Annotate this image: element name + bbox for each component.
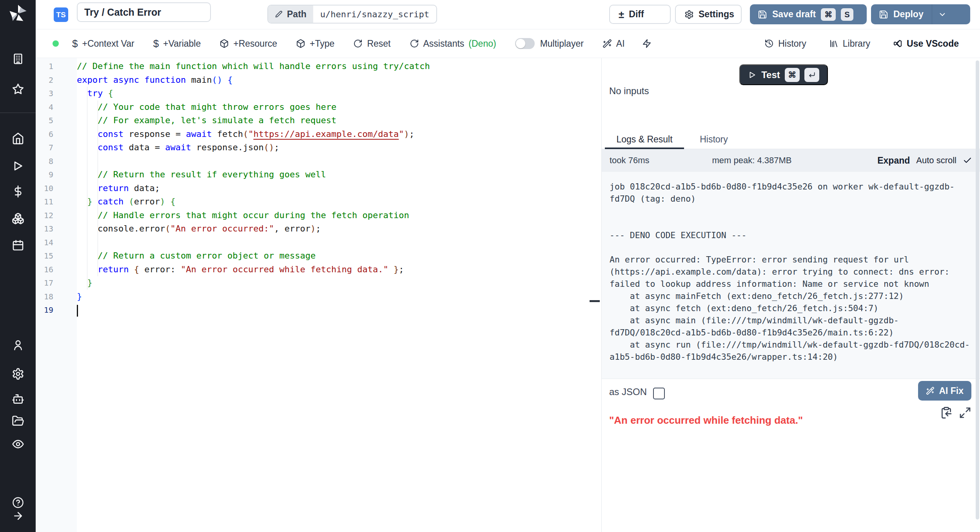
code-line[interactable]: console.error("An error occurred:", erro…: [77, 222, 597, 236]
script-title-input[interactable]: Try / Catch Error: [77, 2, 211, 22]
code-line[interactable]: try {: [77, 87, 597, 100]
sidebar-collapse-button[interactable]: [12, 510, 24, 522]
reset-button[interactable]: Reset: [353, 38, 390, 49]
path-label: Path: [287, 9, 307, 20]
code-line[interactable]: // For example, let's simulate a fetch r…: [77, 114, 597, 128]
diff-button[interactable]: ± Diff: [609, 5, 671, 24]
sidebar-item-account[interactable]: [12, 339, 24, 352]
deploy-button-divider: [932, 4, 932, 24]
code-line[interactable]: [77, 155, 597, 168]
sidebar-help-button[interactable]: [12, 497, 24, 508]
dollar-icon: $: [72, 38, 78, 50]
run-panel: Test ⌘ No inputs Logs & Result History t…: [602, 58, 980, 532]
sidebar-item-resources[interactable]: [12, 212, 24, 225]
code-line[interactable]: const data = await response.json();: [77, 141, 597, 155]
tab-logs-result[interactable]: Logs & Result: [605, 129, 684, 149]
save-draft-button[interactable]: Save draft ⌘ S: [750, 4, 867, 24]
script-title: Try / Catch Error: [84, 7, 161, 18]
line-number: 12: [36, 209, 53, 222]
history-button[interactable]: History: [764, 38, 806, 49]
save-icon: [758, 10, 767, 19]
sidebar-divider: [0, 113, 36, 113]
deploy-button[interactable]: Deploy: [871, 4, 970, 24]
toggle-knob: [516, 39, 525, 48]
sidebar-item-audit-logs[interactable]: [12, 438, 24, 450]
windmill-logo-icon[interactable]: [8, 3, 28, 24]
sidebar-item-workspace[interactable]: [12, 53, 24, 65]
add-type-button[interactable]: +Type: [296, 38, 334, 49]
as-json-checkbox[interactable]: [653, 388, 665, 399]
clipboard-copy-icon[interactable]: [940, 406, 953, 419]
page-scrollbar[interactable]: [976, 60, 979, 519]
editor-code[interactable]: // Define the main function which will h…: [77, 60, 597, 317]
sidebar-item-folders[interactable]: [12, 415, 24, 427]
pencil-icon: [275, 10, 283, 18]
sidebar-item-ai-bot[interactable]: [12, 393, 24, 405]
rotate-icon: [353, 39, 363, 48]
lightning-button[interactable]: [642, 39, 652, 48]
library-button[interactable]: Library: [829, 38, 870, 49]
ai-fix-button[interactable]: AI Fix: [918, 381, 971, 401]
path-edit-button[interactable]: Path: [268, 5, 313, 23]
sidebar-item-variables[interactable]: [12, 185, 24, 198]
code-line[interactable]: const response = await fetch("https://ap…: [77, 128, 597, 141]
left-nav-sidebar: [0, 0, 36, 532]
add-context-var-button[interactable]: $ +Context Var: [72, 38, 134, 50]
as-json-label: as JSON: [609, 386, 647, 397]
sidebar-item-settings[interactable]: [12, 368, 24, 380]
code-line[interactable]: } catch (error) {: [77, 195, 597, 209]
log-output-area[interactable]: job 018c20cd-a1b5-bd6b-0d80-f1b9d4c35e26…: [602, 172, 980, 379]
code-line[interactable]: export async function main() {: [77, 73, 597, 87]
dollar-icon: $: [153, 38, 159, 50]
kbd-cmd: ⌘: [785, 68, 800, 82]
sidebar-item-home[interactable]: [12, 132, 24, 145]
check-icon: [963, 156, 972, 165]
run-stats-bar: took 76ms mem peak: 4.387MB Expand Auto …: [602, 149, 980, 172]
code-line[interactable]: }: [77, 276, 597, 290]
code-line[interactable]: // Return the result if everything goes …: [77, 168, 597, 182]
ai-fix-label: AI Fix: [939, 386, 964, 396]
multiplayer-label[interactable]: Multiplayer: [540, 38, 584, 49]
package-icon: [296, 39, 305, 48]
mem-peak-label: mem peak: 4.387MB: [712, 155, 792, 166]
auto-scroll-toggle[interactable]: Auto scroll: [916, 155, 956, 166]
result-tabs: Logs & Result History: [602, 129, 980, 149]
result-actions: [940, 406, 971, 419]
log-text: job 018c20cd-a1b5-bd6b-0d80-f1b9d4c35e26…: [610, 180, 972, 363]
sidebar-item-schedules[interactable]: [12, 239, 24, 251]
multiplayer-toggle[interactable]: [515, 38, 535, 49]
code-line[interactable]: [77, 236, 597, 250]
code-line[interactable]: return data;: [77, 182, 597, 195]
code-line[interactable]: // Your code that might throw errors goe…: [77, 100, 597, 114]
line-number: 3: [36, 87, 53, 100]
chevron-down-icon[interactable]: [938, 10, 947, 19]
code-line[interactable]: [77, 303, 597, 317]
history-icon: [764, 39, 774, 48]
code-line[interactable]: // Handle errors that might occur during…: [77, 209, 597, 222]
code-editor[interactable]: 12345678910111213141516171819 // Define …: [36, 58, 601, 532]
sidebar-item-favorites[interactable]: [12, 83, 24, 95]
code-line[interactable]: return { error: "An error occurred while…: [77, 263, 597, 277]
code-line[interactable]: // Define the main function which will h…: [77, 60, 597, 73]
test-button[interactable]: Test ⌘: [739, 64, 828, 85]
expand-button[interactable]: Expand: [877, 155, 910, 166]
line-number: 16: [36, 263, 53, 277]
path-input[interactable]: u/henri/snazzy_script: [313, 5, 436, 23]
tab-history[interactable]: History: [689, 129, 739, 149]
path-control[interactable]: Path u/henri/snazzy_script: [267, 5, 437, 24]
sidebar-item-runs[interactable]: [12, 160, 24, 172]
rotate-icon: [410, 39, 419, 48]
use-vscode-button[interactable]: Use VScode: [893, 38, 959, 49]
settings-label: Settings: [699, 9, 734, 20]
ai-button[interactable]: AI: [603, 38, 625, 49]
code-line[interactable]: // Return a custom error object or messa…: [77, 249, 597, 263]
gear-icon: [684, 10, 694, 19]
line-number: 5: [36, 114, 53, 128]
settings-button[interactable]: Settings: [675, 5, 742, 24]
add-resource-button[interactable]: +Resource: [220, 38, 277, 49]
add-variable-button[interactable]: $ +Variable: [153, 38, 201, 50]
windmill-script-editor: TS Try / Catch Error Path u/henri/snazzy…: [0, 0, 980, 532]
maximize-icon[interactable]: [959, 406, 971, 419]
assistants-button[interactable]: Assistants (Deno): [410, 38, 496, 49]
code-line[interactable]: }: [77, 290, 597, 304]
